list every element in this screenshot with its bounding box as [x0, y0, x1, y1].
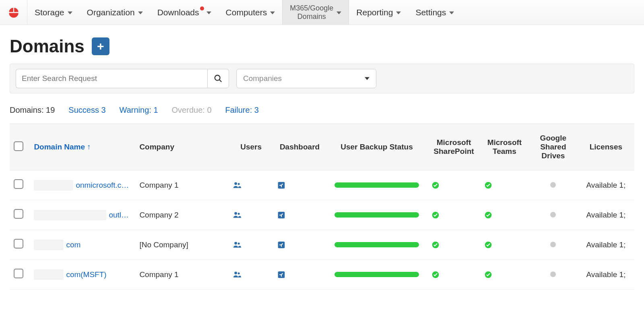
nav-m365-google-domains[interactable]: M365/Google Domains	[282, 0, 349, 25]
gsd-status-dot	[550, 182, 556, 188]
svg-point-2	[235, 182, 237, 185]
backup-status-bar	[334, 242, 419, 247]
users-icon[interactable]	[233, 181, 269, 189]
backup-status-bar	[334, 182, 419, 188]
status-counts: Domains: 19 Success 3 Warning: 1 Overdue…	[0, 93, 644, 124]
th-company[interactable]: Company	[135, 124, 229, 170]
nav-label: Downloads	[157, 8, 199, 17]
gsd-status-dot	[550, 212, 556, 218]
chevron-down-icon	[138, 8, 143, 17]
teams-status-icon	[484, 181, 525, 189]
sharepoint-status-icon	[431, 211, 476, 219]
nav-label: Reporting	[356, 8, 393, 17]
teams-status-icon	[484, 271, 525, 279]
domain-link[interactable]: com	[66, 240, 80, 249]
sort-asc-icon: ↑	[87, 143, 91, 151]
table-row: outl…Company 2Available 1;	[10, 200, 634, 230]
th-licenses[interactable]: Licenses	[578, 124, 634, 170]
open-dashboard-icon[interactable]	[277, 241, 322, 249]
svg-point-13	[238, 242, 240, 244]
svg-point-18	[238, 272, 240, 274]
users-icon[interactable]	[233, 241, 269, 249]
select-all-checkbox[interactable]	[14, 141, 23, 151]
licenses-cell: Available 1;	[578, 200, 634, 230]
warning-count-link[interactable]: Warning: 1	[120, 106, 158, 115]
backup-status-bar	[334, 212, 419, 218]
sharepoint-status-icon	[431, 271, 476, 279]
chevron-down-icon	[365, 74, 369, 83]
th-users[interactable]: Users	[229, 124, 273, 170]
th-domain-name[interactable]: Domain Name ↑	[30, 124, 135, 170]
redacted-block	[34, 210, 106, 220]
gsd-status-dot	[550, 271, 556, 277]
failure-count-link[interactable]: Failure: 3	[225, 106, 259, 115]
redacted-block	[34, 240, 64, 250]
companies-select[interactable]: Companies	[236, 69, 376, 88]
domains-count: Domains: 19	[10, 106, 55, 115]
overdue-count: Overdue: 0	[172, 106, 212, 115]
company-cell: [No Company]	[135, 230, 229, 260]
search-wrap	[16, 69, 229, 88]
open-dashboard-icon[interactable]	[277, 181, 322, 189]
row-checkbox[interactable]	[14, 269, 23, 278]
domain-link[interactable]: com(MSFT)	[66, 270, 106, 279]
domain-link[interactable]: outl…	[109, 211, 129, 220]
svg-line-1	[219, 80, 222, 82]
gsd-status-dot	[550, 242, 556, 247]
add-domain-button[interactable]: +	[92, 37, 109, 55]
filter-bar: Companies	[10, 64, 634, 93]
svg-point-0	[215, 75, 220, 81]
nav-label: Computers	[226, 8, 267, 17]
row-checkbox[interactable]	[14, 209, 23, 219]
select-placeholder: Companies	[243, 74, 282, 83]
domain-cell: onmicrosoft.c…	[34, 180, 131, 191]
nav-reporting[interactable]: Reporting	[349, 0, 408, 25]
chevron-down-icon	[336, 8, 341, 17]
nav-computers[interactable]: Computers	[219, 0, 283, 25]
teams-status-icon	[484, 241, 525, 249]
top-nav: Storage Organization Downloads Computers…	[0, 0, 644, 25]
nav-label: M365/Google Domains	[290, 4, 333, 21]
th-sharepoint[interactable]: Microsoft SharePoint	[427, 124, 480, 170]
search-button[interactable]	[207, 69, 229, 88]
domain-cell: outl…	[34, 210, 131, 220]
search-icon	[214, 74, 223, 83]
sharepoint-status-icon	[431, 181, 476, 189]
svg-point-12	[235, 242, 237, 244]
plus-icon: +	[97, 39, 104, 53]
table-row: onmicrosoft.c…Company 1Available 1;	[10, 170, 634, 200]
company-cell: Company 1	[135, 170, 229, 200]
svg-point-3	[238, 183, 240, 185]
domains-table: Domain Name ↑ Company Users Dashboard Us…	[10, 124, 634, 290]
users-icon[interactable]	[233, 211, 269, 219]
nav-storage[interactable]: Storage	[27, 0, 80, 25]
sharepoint-status-icon	[431, 241, 476, 249]
th-backup-status[interactable]: User Backup Status	[326, 124, 427, 170]
licenses-cell: Available 1;	[578, 260, 634, 290]
app-logo	[0, 0, 27, 25]
svg-point-8	[238, 213, 240, 215]
th-dashboard[interactable]: Dashboard	[273, 124, 326, 170]
open-dashboard-icon[interactable]	[277, 211, 322, 219]
licenses-cell: Available 1;	[578, 170, 634, 200]
nav-label: Storage	[35, 8, 64, 17]
search-input[interactable]	[16, 69, 207, 88]
chevron-down-icon	[68, 8, 72, 17]
open-dashboard-icon[interactable]	[277, 271, 322, 279]
th-google-shared-drives[interactable]: Google Shared Drives	[529, 124, 578, 170]
table-header-row: Domain Name ↑ Company Users Dashboard Us…	[10, 124, 634, 170]
chevron-down-icon	[270, 8, 275, 17]
nav-downloads[interactable]: Downloads	[150, 0, 219, 25]
page-title: Domains	[10, 36, 85, 56]
nav-settings[interactable]: Settings	[408, 0, 461, 25]
row-checkbox[interactable]	[14, 179, 23, 189]
users-icon[interactable]	[233, 271, 269, 279]
th-teams[interactable]: Microsoft Teams	[480, 124, 529, 170]
teams-status-icon	[484, 211, 525, 219]
notification-dot-icon	[200, 6, 204, 10]
nav-organization[interactable]: Organization	[80, 0, 150, 25]
success-count-link[interactable]: Success 3	[68, 106, 105, 115]
domain-link[interactable]: onmicrosoft.c…	[76, 181, 129, 190]
row-checkbox[interactable]	[14, 239, 23, 249]
domains-table-wrap: Domain Name ↑ Company Users Dashboard Us…	[10, 124, 634, 290]
